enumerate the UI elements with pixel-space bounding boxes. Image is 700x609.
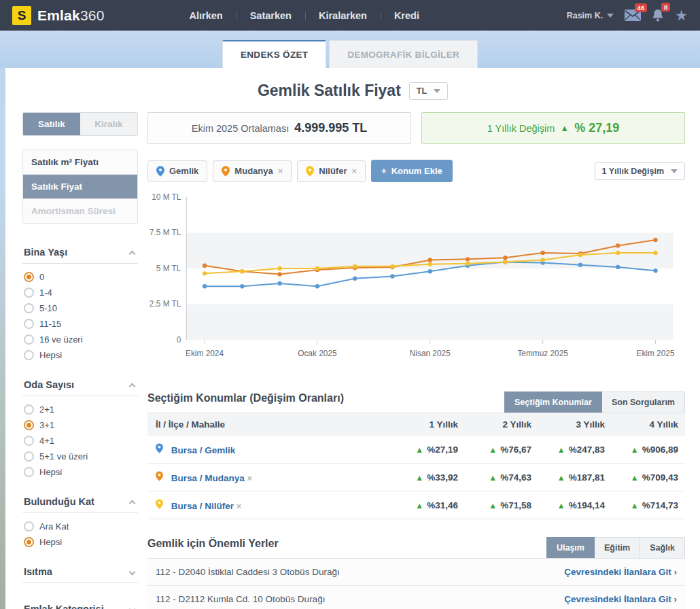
radio-option[interactable]: 5+1 ve üzeri <box>24 451 137 462</box>
nearby-listings-link[interactable]: Çevresindeki İlanlara Git › <box>564 567 677 577</box>
average-value: 4.999.995 TL <box>294 121 367 135</box>
up-arrow-icon: ▲ <box>631 445 639 455</box>
section-header-emlak-kategorisi[interactable]: Emlak Kategorisi <box>22 599 138 609</box>
nav-item-satarken[interactable]: Satarken <box>237 10 305 21</box>
chart-container: 02.5 M TL5 M TL7.5 M TL10 M TLEkim 2024O… <box>147 189 685 374</box>
places-tab-saglik[interactable]: Sağlık <box>640 537 685 558</box>
metric-menu: Satılık m² Fiyatı Satılık Fiyat Amortism… <box>22 150 138 224</box>
stats-row: Ekim 2025 Ortalaması 4.999.995 TL 1 Yıll… <box>147 112 685 144</box>
section-header-isitma[interactable]: Isıtma <box>22 562 138 583</box>
price-chart[interactable]: 02.5 M TL5 M TL7.5 M TL10 M TLEkim 2024O… <box>147 189 685 371</box>
change-label: 1 Yıllık Değişim <box>487 123 555 134</box>
col-2-yillik: 2 Yıllık <box>465 413 538 436</box>
toggle-kiralik[interactable]: Kiralık <box>80 113 137 135</box>
radio-icon <box>24 467 34 477</box>
nav-item-alirken[interactable]: Alırken <box>176 10 237 21</box>
svg-text:7.5 M TL: 7.5 M TL <box>150 228 181 237</box>
view-son-sorgularim[interactable]: Son Sorgularım <box>602 392 685 413</box>
average-label: Ekim 2025 Ortalaması <box>192 123 289 134</box>
tab-demografik-bilgiler[interactable]: DEMOGRAFİK BİLGİLER <box>329 40 478 68</box>
radio-icon <box>24 303 34 313</box>
user-menu[interactable]: Rasim K. <box>567 11 614 20</box>
remove-location-icon[interactable]: × <box>237 501 242 511</box>
filter-section-isitma: Isıtma <box>22 562 138 583</box>
svg-text:5 M TL: 5 M TL <box>156 264 181 273</box>
radio-option[interactable]: 4+1 <box>24 436 137 446</box>
col-3-yillik: 3 Yıllık <box>538 413 612 436</box>
up-arrow-icon: ▲ <box>415 473 423 483</box>
location-link[interactable]: Bursa / Gemlik <box>171 445 236 455</box>
radio-option[interactable]: 2+1 <box>24 404 137 415</box>
menu-item-m2-fiyati[interactable]: Satılık m² Fiyatı <box>23 150 137 175</box>
notifications-badge: 8 <box>661 3 670 12</box>
radio-option[interactable]: Hepsi <box>24 467 137 477</box>
favorites-button[interactable]: ★ <box>675 8 688 22</box>
location-pin-icon <box>306 166 314 177</box>
main-nav: Alırken Satarken Kiralarken Kredi <box>176 10 433 21</box>
svg-text:2.5 M TL: 2.5 M TL <box>150 299 181 309</box>
menu-item-satilik-fiyat[interactable]: Satılık Fiyat <box>23 175 137 199</box>
radio-option[interactable]: Hepsi <box>24 537 137 547</box>
section-header-oda-sayisi[interactable]: Oda Sayısı <box>22 375 138 396</box>
radio-option[interactable]: 1-4 <box>24 288 137 298</box>
place-name: 112 - D2112 Kumla Cd. 10 Otobüs Durağı <box>156 594 325 604</box>
remove-chip-icon[interactable]: × <box>351 166 357 176</box>
nav-item-kredi[interactable]: Kredi <box>381 10 433 21</box>
col-1-yillik: 1 Yıllık <box>391 413 465 436</box>
tab-endeks-ozet[interactable]: ENDEKS ÖZET <box>222 40 326 68</box>
location-pin-icon <box>156 499 163 509</box>
radio-option[interactable]: Hepsi <box>24 350 137 360</box>
remove-chip-icon[interactable]: × <box>278 166 283 176</box>
location-pin-icon <box>222 166 230 177</box>
radio-option[interactable]: 16 ve üzeri <box>24 334 137 345</box>
currency-select[interactable]: TL <box>409 82 448 100</box>
chevron-down-icon <box>671 169 678 173</box>
mode-toggle: Satılık Kiralık <box>22 112 138 136</box>
chevron-up-icon <box>129 500 136 507</box>
notifications-button[interactable]: 8 <box>652 9 664 22</box>
logo-s-icon: S <box>12 6 31 25</box>
radio-icon <box>24 420 34 430</box>
add-location-button[interactable]: + Konum Ekle <box>371 160 453 182</box>
filter-section-oda-sayisi: Oda Sayısı 2+1 3+1 4+1 5+1 ve üzeri Heps… <box>22 375 138 492</box>
section-header-bulundugu-kat[interactable]: Bulunduğu Kat <box>22 492 138 513</box>
nearby-listings-link[interactable]: Çevresindeki İlanlara Git › <box>564 594 677 604</box>
radio-option[interactable]: 5-10 <box>24 303 137 313</box>
radio-icon <box>24 319 34 329</box>
messages-badge: 46 <box>635 3 648 12</box>
toggle-satilik[interactable]: Satılık <box>23 113 80 135</box>
location-chip-mudanya[interactable]: Mudanya × <box>213 160 292 182</box>
locations-table: İl / İlçe / Mahalle 1 Yıllık 2 Yıllık 3 … <box>147 413 685 519</box>
radio-option[interactable]: 3+1 <box>24 420 137 430</box>
location-pin-icon <box>156 471 163 481</box>
messages-button[interactable]: 46 <box>625 10 641 21</box>
nav-item-kiralarken[interactable]: Kiralarken <box>305 10 381 21</box>
up-arrow-icon: ▲ <box>557 473 565 483</box>
title-row: Gemlik Satılık Fiyat TL <box>5 68 700 109</box>
menu-item-amortisman[interactable]: Amortisman Süresi <box>23 199 137 223</box>
places-tab-ulasim[interactable]: Ulaşım <box>546 537 595 558</box>
table-row: Bursa / Nilüfer × ▲%31,46 ▲%71,58 ▲%194,… <box>147 491 685 519</box>
radio-option[interactable]: 0 <box>24 272 137 282</box>
user-name: Rasim K. <box>567 11 603 20</box>
list-item: 112 - D2112 Kumla Cd. 10 Otobüs Durağı Ç… <box>147 586 685 609</box>
range-select[interactable]: 1 Yıllık Değişim <box>595 162 685 180</box>
location-link[interactable]: Bursa / Nilüfer <box>171 501 234 511</box>
radio-option[interactable]: 11-15 <box>24 319 137 329</box>
average-price-box: Ekim 2025 Ortalaması 4.999.995 TL <box>147 112 411 144</box>
remove-location-icon[interactable]: × <box>247 473 253 483</box>
radio-option[interactable]: Ara Kat <box>24 521 137 532</box>
location-link[interactable]: Bursa / Mudanya <box>171 473 245 483</box>
places-title: Gemlik için Önemli Yerler <box>147 538 279 558</box>
range-value: 1 Yıllık Değişim <box>602 167 664 176</box>
chevron-down-icon <box>434 89 440 93</box>
view-sectigim-konumlar[interactable]: Seçtiğim Konumlar <box>504 392 602 413</box>
section-header-bina-yasi[interactable]: Bina Yaşı <box>22 243 138 264</box>
main-panel: Ekim 2025 Ortalaması 4.999.995 TL 1 Yıll… <box>147 112 685 609</box>
brand-logo[interactable]: S Emlak360 <box>12 6 105 25</box>
up-arrow-icon: ▲ <box>560 123 569 133</box>
location-chip-gemlik[interactable]: Gemlik <box>147 160 207 182</box>
location-chip-nilufer[interactable]: Nilüfer × <box>297 160 366 182</box>
up-arrow-icon: ▲ <box>489 473 497 483</box>
places-tab-egitim[interactable]: Eğitim <box>595 537 640 558</box>
